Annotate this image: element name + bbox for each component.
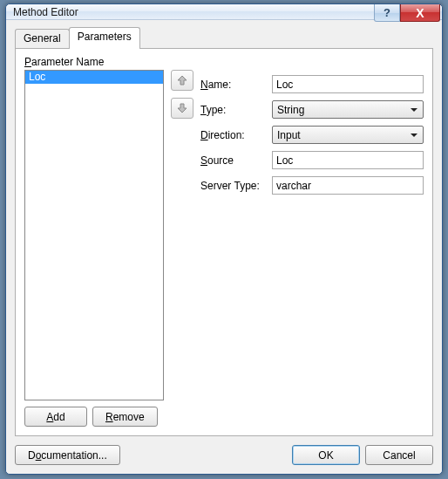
footer-row: Documentation... OK Cancel [15,445,433,465]
list-item[interactable]: Loc [25,71,163,84]
help-icon: ? [384,6,390,19]
client-area: General Parameters Parameter Name Loc Ad… [6,20,442,474]
tab-panel-parameters: Parameter Name Loc Add Remove [15,48,433,436]
source-input[interactable] [272,151,424,169]
arrow-up-icon [176,74,188,86]
row-type: Type: String [200,100,424,119]
tab-strip: General Parameters [15,27,433,48]
reorder-buttons [171,70,193,427]
direction-combo[interactable]: Input [272,126,424,144]
arrow-down-icon [176,102,188,114]
list-column: Loc Add Remove [24,70,164,427]
ok-button[interactable]: OK [292,445,360,465]
titlebar[interactable]: Method Editor ? X [6,4,442,20]
window-title: Method Editor [6,6,78,18]
list-buttons: Add Remove [24,407,164,427]
documentation-button[interactable]: Documentation... [15,445,120,465]
server-type-input[interactable] [272,176,424,195]
name-input[interactable] [272,75,424,93]
details-form: Name: Type: String Direction: Input [200,70,424,427]
dialog-window: Method Editor ? X General Parameters Par… [5,3,443,475]
row-source: Source [200,151,424,169]
titlebar-buttons: ? X [374,4,440,22]
chevron-down-icon [411,133,417,137]
type-value: String [277,104,411,116]
panel-body: Loc Add Remove [24,70,424,427]
move-down-button[interactable] [171,98,193,119]
source-label: Source [200,154,272,167]
close-icon: X [416,6,424,20]
remove-button[interactable]: Remove [92,407,158,427]
tab-general[interactable]: General [15,29,70,48]
server-type-label: Server Type: [200,180,272,192]
parameter-listbox[interactable]: Loc [24,70,164,400]
help-button[interactable]: ? [374,4,400,22]
type-label: Type: [200,104,272,116]
add-button[interactable]: Add [24,407,87,427]
tab-parameters[interactable]: Parameters [69,27,140,49]
chevron-down-icon [411,108,417,112]
type-combo[interactable]: String [272,100,424,119]
cancel-button[interactable]: Cancel [365,445,433,465]
row-direction: Direction: Input [200,126,424,144]
row-name: Name: [200,75,424,93]
direction-label: Direction: [200,129,272,141]
direction-value: Input [277,129,411,141]
parameter-list-label: Parameter Name [24,56,424,68]
move-up-button[interactable] [171,70,193,91]
close-button[interactable]: X [400,4,440,22]
row-server-type: Server Type: [200,176,424,195]
name-label: Name: [200,79,272,91]
